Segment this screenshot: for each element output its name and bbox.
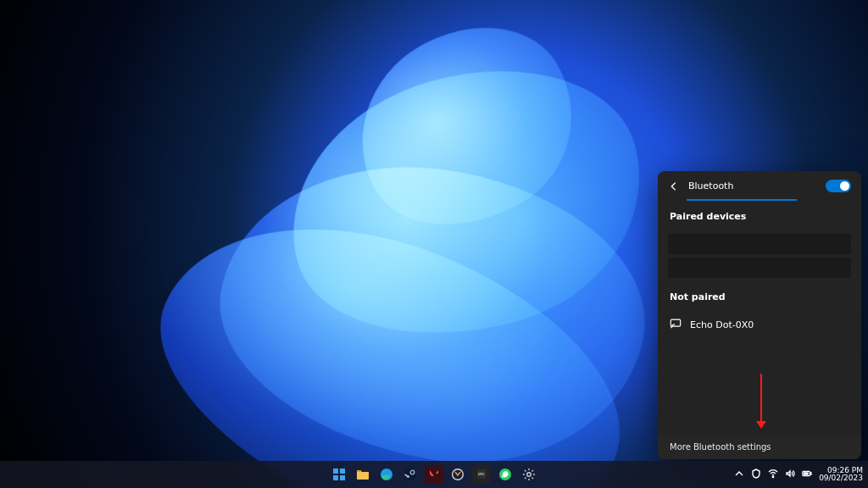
annotation-arrow (756, 374, 766, 429)
svg-rect-1 (333, 469, 338, 474)
paired-devices-heading: Paired devices (658, 201, 861, 230)
bluetooth-toggle[interactable] (826, 180, 851, 192)
unpaired-device-row[interactable]: Echo Dot-0X0 (658, 311, 861, 339)
svg-rect-3 (333, 475, 338, 480)
settings-icon[interactable] (520, 465, 538, 484)
explorer-icon[interactable] (353, 465, 372, 484)
unpaired-device-label: Echo Dot-0X0 (690, 319, 754, 330)
taskbar: EPIC 09:26 PM 09/02/2023 (0, 461, 868, 488)
paired-device-row[interactable] (668, 258, 851, 278)
tray-wifi-icon[interactable] (768, 469, 778, 480)
tray-chevron-icon[interactable] (734, 469, 744, 480)
paired-device-row[interactable] (668, 234, 851, 254)
tray-security-icon[interactable] (751, 469, 761, 480)
overwatch-icon[interactable] (448, 465, 467, 484)
more-bluetooth-settings-link[interactable]: More Bluetooth settings (658, 435, 861, 459)
whatsapp-icon[interactable] (496, 465, 515, 484)
back-arrow-icon[interactable] (668, 180, 680, 192)
svg-rect-4 (340, 475, 345, 480)
tray-volume-icon[interactable] (785, 469, 795, 480)
system-tray: 09:26 PM 09/02/2023 (734, 467, 863, 483)
epic-icon[interactable]: EPIC (472, 465, 491, 484)
taskbar-center: EPIC (330, 465, 538, 484)
taskbar-clock[interactable]: 09:26 PM 09/02/2023 (819, 467, 863, 483)
svg-rect-18 (804, 472, 809, 474)
edge-icon[interactable] (377, 465, 396, 484)
svg-rect-17 (810, 473, 811, 475)
clock-date: 09/02/2023 (819, 474, 863, 482)
device-cast-icon (670, 318, 682, 332)
panel-title: Bluetooth (688, 180, 817, 191)
not-paired-heading: Not paired (658, 281, 861, 311)
tray-battery-icon[interactable] (802, 469, 812, 480)
valorant-icon[interactable] (425, 465, 443, 484)
svg-rect-2 (340, 469, 345, 474)
steam-icon[interactable] (401, 465, 420, 484)
svg-point-15 (772, 476, 773, 477)
start-button[interactable] (330, 465, 348, 484)
svg-text:EPIC: EPIC (478, 473, 485, 476)
svg-rect-5 (357, 470, 361, 472)
svg-point-14 (527, 473, 531, 477)
